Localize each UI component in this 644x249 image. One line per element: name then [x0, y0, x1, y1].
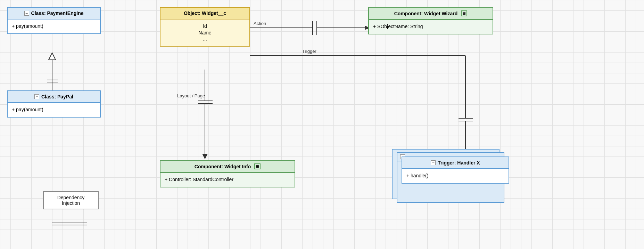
class-payment-engine-header: − Class: PaymentEngine: [8, 8, 100, 19]
method-handle: + handle(): [406, 173, 504, 178]
trigger-handler-x-title: Trigger: Handler X: [438, 160, 480, 166]
trigger-handler-x-header: − Trigger: Handler X: [402, 157, 509, 169]
prop-controller: + Controller: StandardController: [165, 177, 290, 182]
object-widget-c-header: Object: Widget__c: [160, 8, 249, 19]
field-name: Name: [165, 30, 245, 35]
component-icon-info: ⊞: [254, 163, 261, 169]
collapse-icon-trigger[interactable]: −: [431, 160, 436, 165]
class-payment-engine[interactable]: − Class: PaymentEngine + pay(amount): [7, 7, 101, 34]
class-paypal-title: Class: PayPal: [41, 94, 73, 99]
component-widget-info[interactable]: Component: Widget Info ⊞ + Controller: S…: [160, 160, 295, 187]
diagram-arrows: Action Layout / Page Trigger: [0, 0, 644, 249]
class-paypal-body: + pay(amount): [8, 103, 100, 117]
svg-text:Trigger: Trigger: [302, 49, 316, 54]
note-text: DependencyInjection: [48, 195, 94, 206]
prop-sobject-name: + SObjectName: String: [373, 24, 488, 29]
component-widget-info-header: Component: Widget Info ⊞: [160, 161, 295, 173]
trigger-handler-x-body: + handle(): [402, 169, 509, 183]
component-icon-wizard: ⊞: [461, 10, 467, 16]
component-widget-wizard-title: Component: Widget Wizard: [394, 11, 458, 16]
component-widget-info-body: + Controller: StandardController: [160, 173, 295, 187]
note-underline: [52, 223, 87, 225]
field-id: Id: [165, 23, 245, 29]
object-widget-c-title: Object: Widget__c: [184, 10, 226, 16]
collapse-icon-paypal[interactable]: −: [34, 94, 39, 99]
svg-text:Layout / Page: Layout / Page: [177, 93, 205, 98]
class-paypal[interactable]: − Class: PayPal + pay(amount): [7, 90, 101, 118]
diagram-canvas: Action Layout / Page Trigger − Class: Pa…: [0, 0, 644, 249]
class-paypal-header: − Class: PayPal: [8, 91, 100, 103]
field-ellipsis: ...: [165, 37, 245, 42]
svg-marker-14: [202, 154, 208, 159]
method-pay: + pay(amount): [12, 23, 96, 29]
object-widget-c-body: Id Name ...: [160, 19, 249, 46]
svg-marker-1: [49, 53, 56, 60]
object-widget-c[interactable]: Object: Widget__c Id Name ...: [160, 7, 250, 47]
component-widget-wizard[interactable]: Component: Widget Wizard ⊞ + SObjectName…: [368, 7, 493, 34]
note-dependency-injection: DependencyInjection: [43, 191, 99, 209]
component-widget-wizard-header: Component: Widget Wizard ⊞: [369, 8, 493, 20]
method-pay-paypal: + pay(amount): [12, 107, 96, 112]
trigger-handler-x[interactable]: − Trigger: Handler X + handle(): [402, 156, 509, 184]
component-widget-info-title: Component: Widget Info: [195, 164, 251, 169]
class-payment-engine-title: Class: PaymentEngine: [31, 10, 84, 16]
class-payment-engine-body: + pay(amount): [8, 19, 100, 33]
component-widget-wizard-body: + SObjectName: String: [369, 20, 493, 34]
svg-text:Action: Action: [254, 21, 266, 26]
collapse-icon[interactable]: −: [24, 11, 29, 16]
